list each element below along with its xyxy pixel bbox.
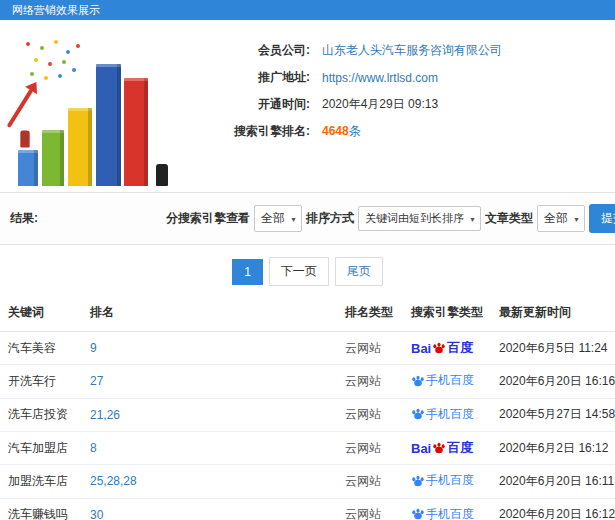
rank-cell: 27 (84, 365, 339, 399)
site-link[interactable]: https://www.lrtlsd.com (322, 71, 438, 85)
baidu-logo: Bai百度 (411, 339, 473, 357)
page-title: 网络营销效果展示 (12, 4, 100, 16)
engine-cell: Bai百度 (405, 332, 493, 365)
bar-chart-illustration (4, 34, 182, 186)
filter-bar: 结果: 分搜索引擎查看 全部 ▼ 排序方式 关键词由短到长排序 ▼ 文章类型 全… (0, 192, 615, 245)
result-label: 结果: (10, 210, 38, 227)
header-rank-type: 排名类型 (339, 296, 405, 332)
mobile-baidu-paw-icon (411, 507, 425, 520)
table-row: 洗车店投资 21,26 云网站 手机百度 2020年5月27日 14:58 (0, 398, 615, 432)
chevron-down-icon: ▼ (469, 215, 476, 222)
keyword-cell: 汽车美容 (0, 332, 84, 365)
rank-cell: 30 (84, 498, 339, 520)
header-rank: 排名 (84, 296, 339, 332)
rank-cell: 9 (84, 332, 339, 365)
keyword-cell: 汽车加盟店 (0, 432, 84, 465)
rank-type-cell: 云网站 (339, 365, 405, 399)
update-time-cell: 2020年6月2日 16:12 (493, 432, 615, 465)
engine-cell: Bai百度 (405, 432, 493, 465)
keyword-cell: 洗车店投资 (0, 398, 84, 432)
rank-count-label: 搜索引擎排名: (182, 123, 310, 140)
rank-cell: 8 (84, 432, 339, 465)
mobile-baidu-logo: 手机百度 (411, 406, 474, 423)
pagination: 1 下一页 尾页 (0, 257, 615, 286)
table-row: 洗车赚钱吗 30 云网站 手机百度 2020年6月20日 16:12 (0, 498, 615, 520)
table-row: 加盟洗车店 25,28,28 云网站 手机百度 2020年6月20日 16:11 (0, 465, 615, 499)
mobile-baidu-paw-icon (411, 374, 425, 388)
keyword-cell: 洗车赚钱吗 (0, 498, 84, 520)
member-info-fields: 会员公司: 山东老人头汽车服务咨询有限公司 推广地址: https://www.… (182, 34, 502, 186)
engine-cell: 手机百度 (405, 365, 493, 399)
chevron-down-icon: ▼ (290, 215, 297, 222)
table-row: 汽车加盟店 8 云网站 Bai百度 2020年6月2日 16:12 (0, 432, 615, 465)
rank-type-cell: 云网站 (339, 465, 405, 499)
rank-type-cell: 云网站 (339, 398, 405, 432)
next-page-button[interactable]: 下一页 (269, 257, 329, 286)
update-time-cell: 2020年6月20日 16:11 (493, 465, 615, 499)
open-time-value: 2020年4月29日 09:13 (322, 96, 438, 113)
update-time-cell: 2020年6月20日 16:12 (493, 498, 615, 520)
mobile-baidu-logo: 手机百度 (411, 372, 474, 389)
chevron-down-icon: ▼ (573, 215, 580, 222)
engine-cell: 手机百度 (405, 498, 493, 520)
keyword-cell: 开洗车行 (0, 365, 84, 399)
header-update-time: 最新更新时间 (493, 296, 615, 332)
submit-button[interactable]: 提交 (589, 204, 615, 233)
rank-type-cell: 云网站 (339, 332, 405, 365)
baidu-paw-icon (432, 341, 446, 355)
confetti-decoration (26, 42, 30, 46)
mobile-baidu-paw-icon (411, 407, 425, 421)
baidu-paw-icon (432, 441, 446, 455)
keyword-rank-table: 关键词 排名 排名类型 搜索引擎类型 最新更新时间 汽车美容 9 云网站 Bai… (0, 296, 615, 520)
rank-type-cell: 云网站 (339, 432, 405, 465)
table-row: 汽车美容 9 云网站 Bai百度 2020年6月5日 11:24 (0, 332, 615, 365)
rank-type-cell: 云网站 (339, 498, 405, 520)
top-bar: 网络营销效果展示 (0, 0, 615, 20)
article-type-label: 文章类型 (485, 210, 533, 227)
header-engine-type: 搜索引擎类型 (405, 296, 493, 332)
engine-filter-label: 分搜索引擎查看 (166, 210, 250, 227)
site-label: 推广地址: (182, 69, 310, 86)
person-figure (20, 130, 29, 147)
mobile-baidu-logo: 手机百度 (411, 506, 474, 520)
update-time-cell: 2020年6月20日 16:16 (493, 365, 615, 399)
growth-arrow-icon (7, 89, 34, 128)
update-time-cell: 2020年6月5日 11:24 (493, 332, 615, 365)
rank-cell: 25,28,28 (84, 465, 339, 499)
engine-cell: 手机百度 (405, 398, 493, 432)
mobile-baidu-logo: 手机百度 (411, 472, 474, 489)
engine-cell: 手机百度 (405, 465, 493, 499)
page-1-button[interactable]: 1 (232, 259, 263, 285)
sort-order-label: 排序方式 (306, 210, 354, 227)
keyword-cell: 加盟洗车店 (0, 465, 84, 499)
member-info-panel: 会员公司: 山东老人头汽车服务咨询有限公司 推广地址: https://www.… (0, 20, 615, 192)
rank-cell: 21,26 (84, 398, 339, 432)
baidu-logo: Bai百度 (411, 439, 473, 457)
person-figure (156, 164, 168, 186)
rank-count-value: 4648条 (322, 123, 361, 140)
sort-order-select[interactable]: 关键词由短到长排序 ▼ (358, 206, 481, 231)
company-label: 会员公司: (182, 42, 310, 59)
table-row: 开洗车行 27 云网站 手机百度 2020年6月20日 16:16 (0, 365, 615, 399)
header-keyword: 关键词 (0, 296, 84, 332)
mobile-baidu-paw-icon (411, 474, 425, 488)
update-time-cell: 2020年5月27日 14:58 (493, 398, 615, 432)
company-link[interactable]: 山东老人头汽车服务咨询有限公司 (322, 42, 502, 59)
engine-filter-select[interactable]: 全部 ▼ (254, 205, 302, 232)
article-type-select[interactable]: 全部 ▼ (537, 205, 585, 232)
open-time-label: 开通时间: (182, 96, 310, 113)
last-page-button[interactable]: 尾页 (335, 257, 383, 286)
